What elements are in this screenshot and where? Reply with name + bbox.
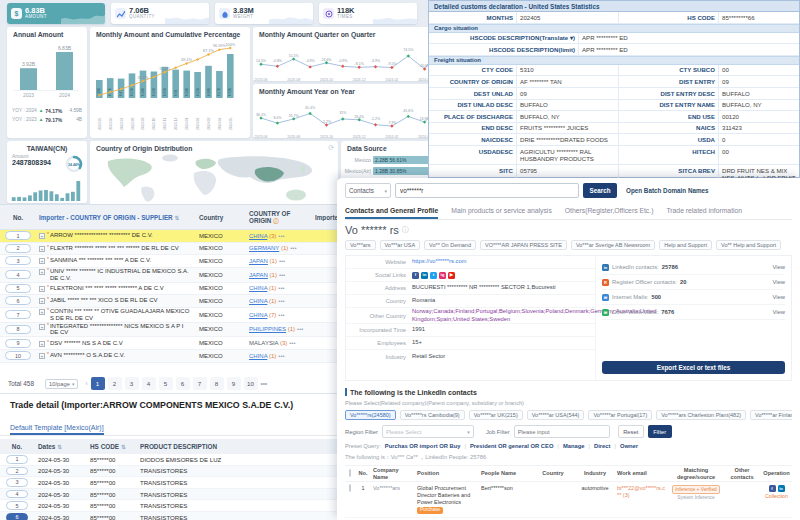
select-all-checkbox[interactable] (349, 469, 351, 477)
origin-link[interactable]: GERMANY (249, 245, 279, 251)
origin-link[interactable]: CHINA (249, 233, 267, 239)
tab-default-template[interactable]: Default Template [Mexico(Air)] (10, 424, 104, 435)
origin-link[interactable]: JAPAN (249, 272, 268, 278)
page-button[interactable]: 1 (91, 377, 105, 390)
website-link[interactable]: https://vo******rs.com (412, 258, 595, 266)
more-icon[interactable]: ••• (278, 233, 284, 239)
contact-row[interactable]: 1 Vo******ars Global Procurement Directo… (345, 482, 792, 518)
company-tag-chip[interactable]: Vo***ars (345, 240, 376, 250)
related-company-chip[interactable]: Vo*****ar USA(544) (527, 410, 585, 420)
view-link[interactable]: View (773, 264, 785, 270)
info-icon[interactable]: ⓘ (402, 225, 409, 235)
reset-button[interactable]: Reset (618, 425, 644, 438)
facebook-icon[interactable]: f (412, 272, 419, 279)
view-link[interactable]: View (773, 294, 785, 300)
related-company-chip[interactable]: Vo*****rs Cambodia(9) (400, 410, 465, 420)
expand-icon[interactable]: + (39, 353, 45, 359)
kpi-card-quantity[interactable]: 7.06BQUANTITY (111, 3, 209, 24)
col-importer[interactable]: Importer - COUNTRY OF ORIGIN - SUPPLIER … (36, 214, 196, 221)
linkedin-icon[interactable]: in (778, 485, 785, 492)
more-icon[interactable]: ••• (279, 272, 285, 278)
more-icon[interactable]: ••• (289, 340, 295, 346)
region-filter-select[interactable]: Please Select▾ (382, 425, 474, 438)
page-button[interactable]: 3 (125, 377, 139, 390)
tab-products-analysis[interactable]: Main products or service analysis (451, 204, 551, 219)
expand-icon[interactable]: + (39, 269, 45, 275)
tab-trade-info[interactable]: Trade related information (666, 204, 742, 219)
page-button[interactable]: 6 (176, 377, 190, 390)
facebook-icon[interactable]: f (769, 485, 776, 492)
prev-page-button[interactable]: ‹ (85, 380, 87, 387)
preset-link[interactable]: Purchas OR import OR Buy (385, 443, 461, 449)
table-row[interactable]: 5 2024-05-30 85*****00 TRANSISTORES (0, 500, 337, 512)
more-icon[interactable]: ••• (278, 285, 284, 291)
page-button[interactable]: 7 (193, 377, 207, 390)
table-row[interactable]: 2 2024-05-30 85*****00 TRANSISTORES (0, 466, 337, 478)
more-icon[interactable]: ••• (297, 326, 303, 332)
expand-icon[interactable]: + (39, 298, 45, 304)
page-button[interactable]: 4 (142, 377, 156, 390)
expand-icon[interactable]: + (39, 246, 45, 252)
origin-link[interactable]: MALAYSIA (249, 340, 278, 346)
page-size-select[interactable]: 10/page▾ (45, 379, 78, 389)
expand-icon[interactable]: + (39, 341, 45, 347)
page-button[interactable]: 10 (244, 377, 258, 390)
instagram-icon[interactable]: ig (439, 272, 446, 279)
view-link[interactable]: View (773, 279, 785, 285)
table-row[interactable]: 1 2024-05-30 85*****00 DIODOS EMISORES D… (0, 454, 337, 466)
preset-link[interactable]: President OR general OR CEO (470, 443, 553, 449)
table-row[interactable]: 4 2024-05-30 85*****00 TRANSISTORES (0, 489, 337, 501)
tab-others[interactable]: Others(Register,Officers Etc.) (565, 204, 654, 219)
twitter-icon[interactable]: t (430, 272, 437, 279)
company-tag-chip[interactable]: VO****AR JAPAN PRESS SITE (480, 240, 567, 250)
youtube-icon[interactable]: ▶ (448, 272, 455, 279)
preset-link[interactable]: Owner (620, 443, 638, 449)
page-button[interactable]: 5 (159, 377, 173, 390)
linkedin-icon[interactable]: in (421, 272, 428, 279)
more-icon[interactable]: ••• (278, 312, 284, 318)
related-company-chip[interactable]: Vo*****rs(24580) (345, 410, 396, 420)
refresh-icon[interactable]: ⟳ (328, 144, 334, 152)
page-button[interactable]: 2 (108, 377, 122, 390)
kpi-card-weight[interactable]: 3.83MWEIGHT (215, 3, 313, 24)
expand-icon[interactable]: + (39, 233, 45, 239)
export-button[interactable]: Export Excel or text files (602, 361, 785, 374)
expand-icon[interactable]: + (39, 324, 45, 330)
work-email-link[interactable]: bt***22@vo*****rs.c** (3) (617, 485, 665, 498)
company-tag-chip[interactable]: Vo** Help and Support (716, 240, 781, 250)
more-pages-icon[interactable]: ••• (261, 380, 268, 387)
search-type-select[interactable]: Contacts▾ (345, 183, 391, 198)
origin-link[interactable]: JAPAN (249, 258, 268, 264)
more-icon[interactable]: ••• (279, 258, 285, 264)
origin-link[interactable]: PHILIPPINES (249, 326, 286, 332)
related-company-chip[interactable]: Vo*****ar UK(215) (469, 410, 523, 420)
preset-link[interactable]: Direct (594, 443, 610, 449)
company-tag-chip[interactable]: Vo** On Demand (424, 240, 476, 250)
collection-link[interactable]: Collection (763, 493, 790, 500)
col-hscode[interactable]: HS CODE ⇅ (86, 443, 136, 450)
kpi-card-times[interactable]: 118KTIMES (319, 3, 417, 24)
more-icon[interactable]: ••• (278, 298, 284, 304)
page-button[interactable]: 9 (227, 377, 241, 390)
expand-icon[interactable]: + (39, 309, 45, 315)
more-icon[interactable]: ••• (290, 245, 296, 251)
info-icon[interactable]: ⓘ (273, 218, 279, 224)
tab-contacts-profile[interactable]: Contacts and General Profile (345, 204, 438, 219)
more-icon[interactable]: ••• (278, 353, 284, 359)
search-button[interactable]: Search (583, 183, 617, 198)
col-dates[interactable]: Dates ⇅ (34, 443, 86, 450)
origin-link[interactable]: CHINA (249, 312, 267, 318)
related-company-chip[interactable]: Vo*****ar Portugal(17) (588, 410, 652, 420)
view-link[interactable]: View (773, 309, 785, 315)
origin-link[interactable]: CHINA (249, 285, 267, 291)
row-checkbox[interactable] (349, 484, 351, 492)
job-filter-input[interactable] (514, 425, 610, 438)
company-tag-chip[interactable]: Vo***ar Sverige AB Newsroom (571, 240, 655, 250)
origin-link[interactable]: CHINA (249, 298, 267, 304)
table-row[interactable]: 3 2024-05-30 85*****00 TRANSISTORES (0, 477, 337, 489)
search-input[interactable] (395, 183, 579, 198)
preset-link[interactable]: Manage (563, 443, 585, 449)
filter-button[interactable]: Filter (648, 425, 672, 438)
expand-icon[interactable]: + (39, 258, 45, 264)
company-tag-chip[interactable]: Help and Support (659, 240, 712, 250)
